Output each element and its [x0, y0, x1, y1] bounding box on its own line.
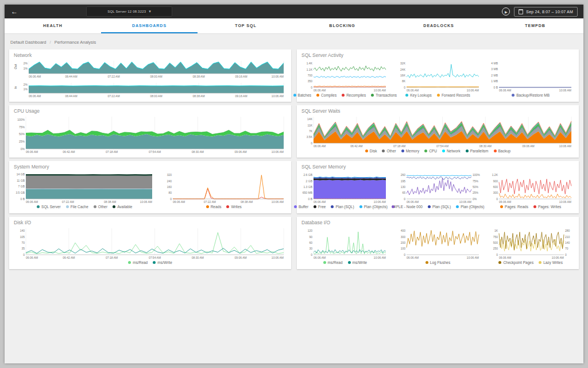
svg-text:250: 250 [493, 247, 498, 250]
panel-title: CPU Usage [14, 108, 287, 114]
legend-item[interactable]: Backup/Restore MB [512, 93, 550, 97]
legend-dot-icon [128, 261, 131, 264]
legend-item[interactable]: Network [442, 149, 461, 153]
svg-text:100%: 100% [17, 118, 25, 121]
legend-item[interactable]: Reads [206, 205, 222, 209]
chevron-down-icon: ▾ [149, 9, 151, 14]
legend-item[interactable]: Parallelism [466, 149, 489, 153]
legend-item[interactable]: Lazy Writes [539, 260, 563, 264]
database-io-log-chart[interactable]: 400300200100006:06 AM10:06 AMLog Flushes [394, 227, 482, 265]
legend-item[interactable]: Plan (SQL) [331, 205, 354, 209]
legend-item[interactable]: ms/Write [348, 260, 368, 264]
legend-dot-icon [293, 94, 296, 97]
activity-backup-chart[interactable]: 4 MB3 MB2 MB1 MB0 B06:06 AM10:06 AMBacku… [487, 60, 574, 98]
legend-item[interactable]: Forward Records [437, 93, 470, 97]
system-memory-stack-chart[interactable]: 14 GB11 GB7 GB3.5 GB0 B06:06 AM07:22 AM0… [14, 171, 155, 209]
legend-item[interactable]: Disk [365, 149, 377, 153]
back-button[interactable]: ← [5, 7, 24, 16]
breadcrumb-item-performance-analysis[interactable]: Performance Analysis [55, 40, 96, 45]
svg-text:09:16 AM: 09:16 AM [235, 75, 247, 78]
tab-tempdb[interactable]: TEMPDB [487, 18, 583, 33]
svg-text:4 MB: 4 MB [492, 62, 498, 65]
legend-item[interactable]: Pages: Reads [500, 205, 528, 209]
legend-item[interactable]: Other [94, 205, 107, 209]
memory-pages-chart[interactable]: 1.2K900600300006:06 AM10:06 AMPages: Rea… [487, 171, 574, 209]
legend-item[interactable]: Free [314, 205, 326, 209]
date-range-picker[interactable]: Sep 24, 8:07 – 10:07 AM [514, 7, 578, 17]
legend-dot-icon [37, 205, 40, 208]
chart-legend: Backup/Restore MB [487, 92, 574, 98]
legend-item[interactable]: Other [382, 149, 396, 153]
legend-item[interactable]: ms/Read [323, 260, 343, 264]
tab-health[interactable]: HEALTH [5, 18, 101, 33]
tab-dashboards[interactable]: DASHBOARDS [101, 18, 198, 33]
legend-item[interactable]: PLE - Node 000 [392, 205, 423, 209]
system-memory-paging-chart[interactable]: 32024016080006:06 AM07:22 AM08:38 AM10:0… [161, 171, 287, 209]
panel-disk-io: Disk I/O 1401057035006:06 AM06:42 AM07:1… [9, 217, 291, 269]
legend-item[interactable]: Memory [401, 149, 419, 153]
activity-batches-chart[interactable]: 1.4K1.1K700350006:06 AM10:06 AMBatchesCo… [301, 60, 389, 98]
network-in-chart[interactable]: 2%1%06:06 AM06:44 AM07:22 AM08:00 AM08:3… [14, 82, 287, 100]
svg-text:10:06 AM: 10:06 AM [272, 150, 284, 154]
legend-dot-icon [442, 150, 445, 152]
svg-text:0: 0 [404, 253, 405, 256]
legend-item[interactable]: Plan (SQL) [428, 205, 451, 209]
legend-item[interactable]: Recompiles [342, 93, 366, 97]
legend-dot-icon [365, 150, 368, 152]
legend-item[interactable]: CPU [424, 149, 437, 153]
network-out-chart[interactable]: 2%1%06:06 AM06:44 AM07:22 AM08:00 AM08:3… [14, 60, 287, 80]
legend-item[interactable]: Plan (Objects) [456, 205, 484, 209]
svg-text:07:54 AM: 07:54 AM [149, 150, 161, 154]
legend-item[interactable]: SQL Server [37, 205, 61, 209]
svg-text:7 GB: 7 GB [18, 185, 25, 188]
svg-text:1.1K: 1.1K [307, 68, 313, 71]
svg-text:300: 300 [400, 235, 405, 239]
svg-text:08:00 AM: 08:00 AM [150, 94, 162, 98]
disk-io-chart[interactable]: 1401057035006:06 AM06:42 AM07:18 AM07:54… [14, 227, 287, 265]
svg-text:24K: 24K [400, 68, 406, 71]
svg-text:06:42 AM: 06:42 AM [63, 150, 75, 154]
legend-item[interactable]: Key Lookups [405, 93, 432, 97]
svg-text:400: 400 [400, 229, 405, 232]
legend-item[interactable]: Pages: Writes [533, 205, 561, 209]
memory-ple-chart[interactable]: 260195130650100%75%50%25%0%06:06 AM10:06… [394, 171, 482, 209]
memory-buffer-chart[interactable]: 2.6 GB2 GB1.3 GB650 MB0 B06:06 AM10:06 A… [301, 171, 389, 209]
playback-button[interactable]: ▶ [502, 7, 510, 16]
legend-item[interactable]: Checkpoint Pages [498, 260, 533, 264]
panel-sql-server-waits: SQL Server Waits 14K11K7K3.5K006:06 AM06… [297, 105, 579, 158]
legend-item[interactable]: Writes [226, 205, 241, 209]
legend-item[interactable]: Batches [293, 93, 312, 97]
legend-dot-icon [66, 205, 69, 208]
legend-item[interactable]: Log Flushes [425, 260, 450, 264]
legend-item[interactable]: ms/Write [153, 260, 172, 264]
legend-item[interactable]: Buffer [294, 205, 308, 209]
svg-text:06:44 AM: 06:44 AM [65, 75, 77, 78]
svg-text:50%: 50% [19, 132, 25, 136]
svg-text:3 MB: 3 MB [492, 67, 498, 71]
legend-item[interactable]: ms/Read [128, 260, 148, 264]
legend-item[interactable]: Backup [494, 149, 511, 153]
svg-text:11 GB: 11 GB [17, 179, 25, 182]
legend-item[interactable]: Available [113, 205, 132, 209]
database-io-checkpoint-chart[interactable]: 1K750500250028021014070006:06 AM10:06 AM… [487, 227, 574, 265]
svg-text:50%: 50% [473, 185, 479, 189]
legend-item[interactable]: Transactions [371, 93, 397, 97]
tab-top-sql[interactable]: TOP SQL [198, 18, 294, 33]
sql-server-waits-chart[interactable]: 14K11K7K3.5K006:06 AM06:42 AM07:18 AM07:… [301, 116, 574, 154]
svg-text:32K: 32K [400, 62, 406, 65]
svg-text:06:06 AM: 06:06 AM [29, 75, 41, 78]
legend-item[interactable]: Plan (Objects) [359, 205, 388, 209]
database-io-ms-chart[interactable]: 120906030006:06 AM10:06 AMms/Readms/Writ… [301, 227, 389, 265]
svg-text:2 GB: 2 GB [306, 179, 313, 183]
svg-text:06:06 AM: 06:06 AM [29, 94, 41, 98]
tab-deadlocks[interactable]: DEADLOCKS [390, 18, 487, 33]
server-selector-dropdown[interactable]: SQL Server 12 08.3223 ▾ [86, 6, 172, 17]
svg-text:8K: 8K [402, 79, 406, 83]
tab-blocking[interactable]: BLOCKING [294, 18, 390, 33]
legend-item[interactable]: Compiles [316, 93, 336, 97]
cpu-usage-chart[interactable]: 100%75%50%25%0%06:06 AM06:42 AM07:18 AM0… [14, 116, 287, 154]
legend-item[interactable]: File Cache [66, 205, 88, 209]
activity-lookups-chart[interactable]: 32K24K16K8K006:06 AM10:06 AMKey LookupsF… [394, 60, 482, 98]
legend-dot-icon [153, 261, 156, 264]
breadcrumb-item-default-dashboard[interactable]: Default Dashboard [10, 40, 47, 45]
